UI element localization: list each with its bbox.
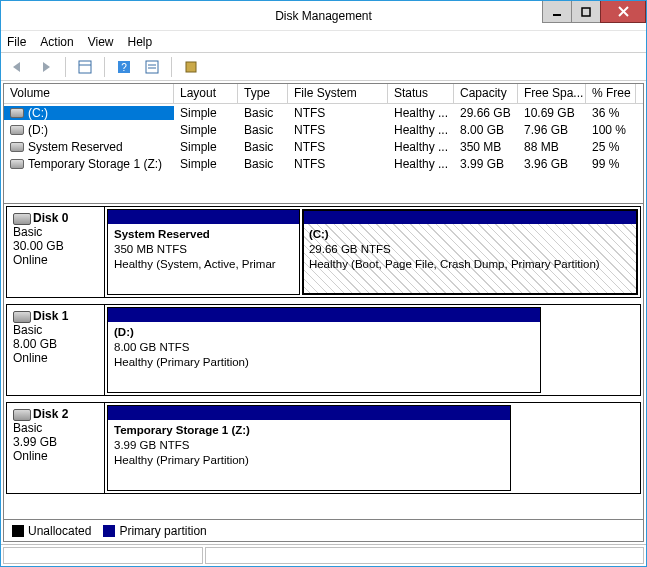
legend-primary: Primary partition <box>103 524 206 538</box>
partition-header <box>303 210 637 224</box>
col-status[interactable]: Status <box>388 84 454 103</box>
swatch-unallocated-icon <box>12 525 24 537</box>
svg-rect-1 <box>582 8 590 16</box>
menu-help[interactable]: Help <box>128 35 153 49</box>
partition[interactable]: (C:)29.66 GB NTFSHealthy (Boot, Page Fil… <box>302 209 638 295</box>
partition-body: System Reserved350 MB NTFSHealthy (Syste… <box>108 224 299 294</box>
partition-header <box>108 210 299 224</box>
toolbar-separator <box>104 57 105 77</box>
properties-icon[interactable] <box>74 56 96 78</box>
volume-row[interactable]: (C:)SimpleBasicNTFSHealthy ...29.66 GB10… <box>4 104 643 121</box>
statusbar-pane-1 <box>3 547 203 564</box>
titlebar[interactable]: Disk Management <box>1 1 646 31</box>
volume-row[interactable]: (D:)SimpleBasicNTFSHealthy ...8.00 GB7.9… <box>4 121 643 138</box>
disk-area[interactable]: Disk 0Basic30.00 GBOnlineSystem Reserved… <box>4 204 643 519</box>
disk-info[interactable]: Disk 1Basic8.00 GBOnline <box>7 305 105 395</box>
col-volume[interactable]: Volume <box>4 84 174 103</box>
statusbar-pane-2 <box>205 547 644 564</box>
refresh-icon[interactable] <box>180 56 202 78</box>
col-layout[interactable]: Layout <box>174 84 238 103</box>
svg-marker-4 <box>13 62 20 72</box>
volume-row[interactable]: Temporary Storage 1 (Z:)SimpleBasicNTFSH… <box>4 155 643 172</box>
drive-icon <box>10 159 24 169</box>
content-area: Volume Layout Type File System Status Ca… <box>3 83 644 542</box>
toolbar-separator <box>171 57 172 77</box>
drive-icon <box>10 108 24 118</box>
close-button[interactable] <box>600 1 646 23</box>
partition-header <box>108 406 510 420</box>
drive-icon <box>10 142 24 152</box>
maximize-button[interactable] <box>571 1 601 23</box>
partition[interactable]: System Reserved350 MB NTFSHealthy (Syste… <box>107 209 300 295</box>
volume-row[interactable]: System ReservedSimpleBasicNTFSHealthy ..… <box>4 138 643 155</box>
disk-management-window: Disk Management File Action View Help <box>0 0 647 567</box>
menubar: File Action View Help <box>1 31 646 53</box>
window-controls <box>543 1 646 23</box>
col-fs[interactable]: File System <box>288 84 388 103</box>
partition-body: Temporary Storage 1 (Z:)3.99 GB NTFSHeal… <box>108 420 510 490</box>
disk-row: Disk 2Basic3.99 GBOnlineTemporary Storag… <box>6 402 641 494</box>
svg-text:?: ? <box>121 62 127 73</box>
svg-marker-5 <box>43 62 50 72</box>
statusbar <box>1 544 646 566</box>
legend: Unallocated Primary partition <box>4 519 643 541</box>
volume-rows: (C:)SimpleBasicNTFSHealthy ...29.66 GB10… <box>4 104 643 172</box>
menu-view[interactable]: View <box>88 35 114 49</box>
disk-partitions: Temporary Storage 1 (Z:)3.99 GB NTFSHeal… <box>105 403 640 493</box>
partition[interactable]: (D:)8.00 GB NTFSHealthy (Primary Partiti… <box>107 307 541 393</box>
col-pct[interactable]: % Free <box>586 84 636 103</box>
disk-partitions: (D:)8.00 GB NTFSHealthy (Primary Partiti… <box>105 305 640 395</box>
volume-list-header[interactable]: Volume Layout Type File System Status Ca… <box>4 84 643 104</box>
partition-body: (C:)29.66 GB NTFSHealthy (Boot, Page Fil… <box>303 224 637 294</box>
back-button[interactable] <box>7 56 29 78</box>
menu-file[interactable]: File <box>7 35 26 49</box>
volume-list[interactable]: Volume Layout Type File System Status Ca… <box>4 84 643 204</box>
col-type[interactable]: Type <box>238 84 288 103</box>
disk-row: Disk 0Basic30.00 GBOnlineSystem Reserved… <box>6 206 641 298</box>
disk-partitions: System Reserved350 MB NTFSHealthy (Syste… <box>105 207 640 297</box>
disk-info[interactable]: Disk 2Basic3.99 GBOnline <box>7 403 105 493</box>
disk-icon <box>13 213 31 225</box>
col-capacity[interactable]: Capacity <box>454 84 518 103</box>
svg-rect-10 <box>146 61 158 73</box>
disk-row: Disk 1Basic8.00 GBOnline(D:)8.00 GB NTFS… <box>6 304 641 396</box>
svg-rect-13 <box>186 62 196 72</box>
legend-unallocated: Unallocated <box>12 524 91 538</box>
minimize-button[interactable] <box>542 1 572 23</box>
svg-rect-6 <box>79 61 91 73</box>
partition-header <box>108 308 540 322</box>
swatch-primary-icon <box>103 525 115 537</box>
forward-button[interactable] <box>35 56 57 78</box>
disk-info[interactable]: Disk 0Basic30.00 GBOnline <box>7 207 105 297</box>
partition[interactable]: Temporary Storage 1 (Z:)3.99 GB NTFSHeal… <box>107 405 511 491</box>
toolbar-separator <box>65 57 66 77</box>
disk-icon <box>13 409 31 421</box>
help-icon[interactable]: ? <box>113 56 135 78</box>
list-view-icon[interactable] <box>141 56 163 78</box>
drive-icon <box>10 125 24 135</box>
menu-action[interactable]: Action <box>40 35 73 49</box>
toolbar: ? <box>1 53 646 81</box>
disk-icon <box>13 311 31 323</box>
partition-body: (D:)8.00 GB NTFSHealthy (Primary Partiti… <box>108 322 540 392</box>
col-free[interactable]: Free Spa... <box>518 84 586 103</box>
